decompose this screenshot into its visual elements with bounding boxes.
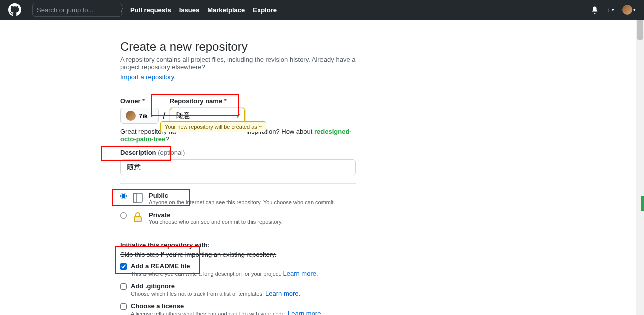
private-title: Private (149, 212, 356, 219)
visibility-public-row[interactable]: Public Anyone on the internet can see th… (120, 192, 356, 206)
repo-name-label: Repository name * (170, 98, 245, 105)
gitignore-checkbox[interactable] (120, 284, 127, 290)
owner-avatar (126, 111, 136, 121)
gitignore-row[interactable]: Add .gitignore Choose which files not to… (120, 282, 356, 298)
public-title: Public (149, 192, 356, 200)
nav-explore[interactable]: Explore (253, 6, 277, 14)
caret-down-icon: ▾ (151, 114, 153, 118)
repo-name-tooltip: Your new repository will be created as ~ (160, 122, 266, 132)
header-right: + ▾ ▾ (591, 5, 636, 15)
divider (120, 89, 356, 90)
owner-label: Owner * (120, 98, 159, 105)
page-title: Create a new repository (120, 40, 356, 54)
page-subtitle: A repository contains all project files,… (120, 56, 356, 71)
divider (120, 233, 356, 234)
readme-learn-more[interactable]: Learn more. (283, 270, 318, 278)
init-skip: Skip this step if you're importing an ex… (120, 251, 356, 258)
readme-desc: This is where you can write a long descr… (131, 270, 356, 278)
private-radio[interactable] (120, 212, 127, 219)
init-title: Initialize this repository with: (120, 242, 356, 249)
divider (120, 184, 356, 184)
license-title: Choose a license (131, 302, 356, 310)
license-checkbox[interactable] (120, 304, 127, 310)
slash: / (163, 110, 166, 122)
private-desc: You choose who can see and commit to thi… (149, 219, 356, 225)
svg-rect-1 (133, 194, 136, 202)
gitignore-title: Add .gitignore (131, 282, 356, 290)
public-desc: Anyone on the internet can see this repo… (149, 200, 356, 206)
user-avatar (622, 5, 632, 15)
caret-down-icon: ▾ (633, 8, 636, 12)
gitignore-desc: Choose which files not to track from a l… (131, 290, 356, 298)
nav-pull-requests[interactable]: Pull requests (130, 6, 171, 14)
readme-checkbox[interactable] (120, 264, 127, 270)
public-radio[interactable] (120, 193, 127, 200)
svg-rect-2 (134, 217, 141, 222)
caret-down-icon: ▾ (612, 8, 614, 12)
owner-repo-row: Owner * 7ik ▾ / Repository name * ✓ (120, 98, 356, 124)
description-input[interactable] (120, 160, 356, 176)
bell-icon[interactable] (591, 6, 599, 14)
create-menu[interactable]: + ▾ (607, 6, 614, 14)
search-slash-key: / (121, 6, 123, 14)
search-box[interactable]: / (32, 3, 122, 17)
import-repo-link[interactable]: Import a repository. (120, 74, 176, 81)
readme-row[interactable]: Add a README file This is where you can … (120, 262, 356, 278)
license-row[interactable]: Choose a license A license tells others … (120, 302, 356, 315)
scrollbar[interactable] (636, 20, 644, 315)
visibility-private-row[interactable]: Private You choose who can see and commi… (120, 212, 356, 225)
nav-links: Pull requests Issues Marketplace Explore (130, 6, 277, 14)
search-input[interactable] (37, 6, 121, 14)
top-header: / Pull requests Issues Marketplace Explo… (0, 0, 644, 20)
nav-marketplace[interactable]: Marketplace (207, 6, 245, 14)
svg-rect-0 (133, 194, 142, 202)
check-icon: ✓ (236, 112, 242, 120)
license-learn-more[interactable]: Learn more. (288, 310, 323, 315)
scrollbar-thumb[interactable] (637, 20, 643, 40)
plus-icon: + (607, 6, 611, 14)
description-label: Description (optional) (120, 149, 356, 156)
main-content: Create a new repository A repository con… (104, 20, 540, 315)
repo-icon (132, 192, 144, 206)
scrollbar-marker (641, 196, 644, 211)
license-desc: A license tells others what they can and… (131, 310, 356, 315)
user-menu[interactable]: ▾ (622, 5, 636, 15)
gitignore-learn-more[interactable]: Learn more. (265, 290, 300, 298)
lock-icon (132, 212, 144, 225)
nav-issues[interactable]: Issues (179, 6, 199, 14)
github-logo-icon[interactable] (8, 2, 24, 18)
owner-select[interactable]: 7ik ▾ (120, 108, 159, 124)
readme-title: Add a README file (131, 262, 356, 270)
